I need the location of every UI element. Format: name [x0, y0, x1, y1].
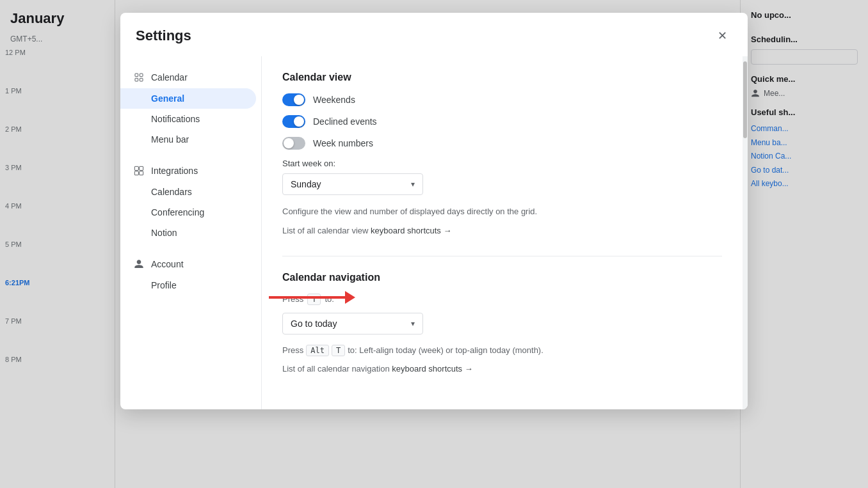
sidebar-item-profile[interactable]: Profile: [120, 275, 256, 295]
section-divider: [282, 256, 722, 256]
alt-t-row: Press Alt T to: Left-align today (week) …: [282, 345, 722, 356]
calendar-navigation-section: Calendar navigation Press T to: Go to to…: [282, 272, 722, 374]
weekends-label: Weekends: [313, 95, 355, 105]
svg-rect-2: [135, 78, 138, 81]
nav-shortcuts-link[interactable]: List of all calendar navigation keyboard…: [282, 364, 722, 374]
calendar-view-info: Configure the view and number of display…: [282, 205, 722, 218]
sidebar-section-calendar-header: Calendar: [120, 67, 261, 88]
nav-dropdown-arrow-icon: ▾: [411, 319, 415, 328]
svg-rect-3: [140, 78, 143, 81]
scrollbar-thumb[interactable]: [743, 61, 747, 138]
sidebar-section-account-header: Account: [120, 253, 261, 275]
sidebar-item-notifications[interactable]: Notifications: [120, 109, 256, 129]
integrations-icon: [133, 165, 145, 177]
nav-dropdown-container: Go to today ▾: [282, 313, 722, 335]
declined-events-toggle-thumb: [294, 116, 304, 127]
start-week-value: Sunday: [291, 179, 321, 189]
sidebar-section-integrations: Integrations Calendars Conferencing Noti…: [120, 160, 261, 243]
alt-key-badge: Alt: [306, 345, 329, 356]
nav-shortcuts-link-text[interactable]: keyboard shortcuts →: [392, 364, 472, 374]
week-numbers-row: Week numbers: [282, 137, 722, 150]
weekends-toggle-thumb: [294, 95, 304, 105]
calendar-icon: [133, 72, 145, 83]
start-week-label: Start week on:: [282, 159, 722, 168]
weekends-row: Weekends: [282, 93, 722, 106]
sidebar-item-general[interactable]: General: [120, 88, 256, 109]
sidebar-integrations-label: Integrations: [151, 166, 198, 176]
modal-body: Calendar General Notifications Menu bar: [120, 56, 748, 409]
settings-modal: Settings ✕: [120, 13, 748, 409]
sidebar-item-notion[interactable]: Notion: [120, 223, 256, 243]
calendar-view-title: Calendar view: [282, 72, 722, 83]
sidebar-account-label: Account: [151, 259, 184, 269]
sidebar-calendar-label: Calendar: [151, 72, 188, 83]
calendar-view-shortcuts-link[interactable]: List of all calendar view keyboard short…: [282, 226, 722, 235]
close-icon: ✕: [718, 29, 727, 43]
alt-t-desc: to: Left-align today (week) or top-align…: [348, 345, 543, 355]
modal-overlay: Settings ✕: [0, 0, 868, 488]
modal-title: Settings: [136, 28, 191, 44]
navigation-dropdown-value: Go to today: [291, 319, 337, 329]
sidebar-item-calendars[interactable]: Calendars: [120, 182, 256, 202]
week-numbers-label: Week numbers: [313, 138, 373, 148]
start-week-dropdown[interactable]: Sunday ▾: [282, 173, 423, 195]
sidebar-section-integrations-header: Integrations: [120, 160, 261, 182]
scrollbar[interactable]: [743, 56, 748, 409]
press-t-prefix: Press: [282, 294, 303, 304]
navigation-dropdown[interactable]: Go to today ▾: [282, 313, 423, 335]
press-t-to: to:: [325, 294, 334, 304]
svg-rect-6: [134, 171, 138, 175]
calendar-navigation-title: Calendar navigation: [282, 272, 722, 283]
weekends-toggle[interactable]: [282, 93, 305, 106]
t-key-badge-2: T: [332, 345, 345, 356]
week-numbers-toggle-thumb: [284, 138, 294, 148]
svg-rect-5: [140, 166, 143, 170]
alt-t-prefix: Press: [282, 345, 303, 355]
calendar-view-section: Calendar view Weekends Declined event: [282, 72, 722, 235]
sidebar-section-account: Account Profile: [120, 253, 261, 295]
modal-header: Settings ✕: [120, 13, 748, 56]
press-t-row: Press T to:: [282, 294, 722, 305]
settings-content: Calendar view Weekends Declined event: [261, 56, 743, 409]
account-icon: [133, 258, 145, 270]
sidebar-section-calendar: Calendar General Notifications Menu bar: [120, 67, 261, 150]
dropdown-arrow-icon: ▾: [411, 180, 415, 189]
declined-events-label: Declined events: [313, 116, 377, 127]
sidebar-item-conferencing[interactable]: Conferencing: [120, 202, 256, 223]
svg-rect-0: [135, 74, 138, 77]
svg-rect-4: [134, 166, 138, 170]
declined-events-toggle[interactable]: [282, 115, 305, 128]
start-week-container: Start week on: Sunday ▾: [282, 159, 722, 195]
week-numbers-toggle[interactable]: [282, 137, 305, 150]
shortcuts-link-text[interactable]: keyboard shortcuts →: [371, 226, 451, 235]
svg-rect-1: [140, 74, 143, 77]
sidebar-item-menubar[interactable]: Menu bar: [120, 129, 256, 150]
svg-rect-7: [140, 171, 143, 175]
settings-sidebar: Calendar General Notifications Menu bar: [120, 56, 261, 409]
declined-events-row: Declined events: [282, 115, 722, 128]
t-key-badge: T: [307, 294, 321, 305]
close-button[interactable]: ✕: [712, 26, 732, 46]
